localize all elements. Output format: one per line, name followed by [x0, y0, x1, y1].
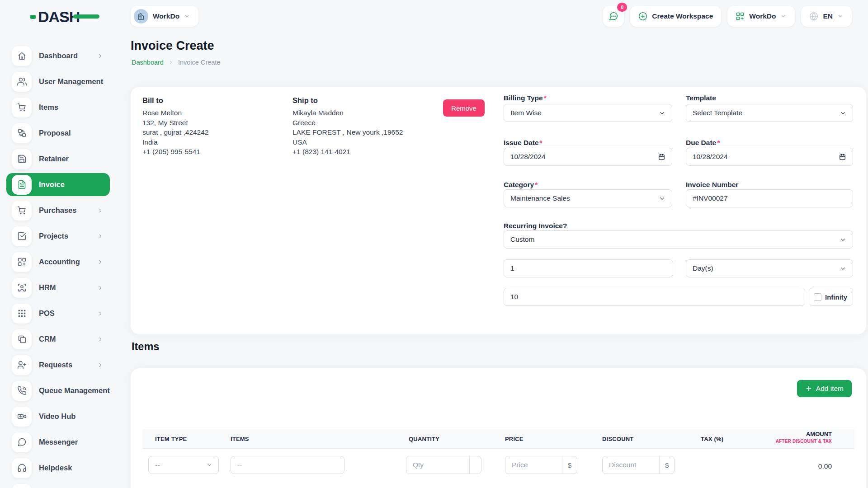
sidebar-item-projects[interactable]: Projects — [6, 225, 110, 248]
col-tax: TAX (%) — [701, 436, 723, 442]
sidebar-item-requests[interactable]: Requests — [6, 353, 110, 376]
items-section-heading: Items — [132, 341, 159, 353]
add-item-button[interactable]: Add item — [797, 380, 852, 397]
sidebar-item-crm[interactable]: CRM — [6, 328, 110, 351]
sidebar-item-proposal[interactable]: Proposal — [6, 122, 110, 145]
chevron-down-icon — [780, 13, 787, 19]
users-icon — [12, 72, 32, 92]
breadcrumb-current: Invoice Create — [178, 59, 221, 66]
occurrences-wrap — [504, 288, 805, 306]
workspace-avatar-building-icon — [134, 9, 148, 23]
messages-button[interactable]: 0 — [603, 6, 624, 27]
col-amount: AMOUNT AFTER DISCOUNT & TAX — [776, 431, 832, 444]
sidebar-item-user-management[interactable]: User Management — [6, 70, 110, 93]
globe-icon — [809, 12, 818, 21]
language-selector[interactable]: EN — [801, 6, 852, 27]
spinner-divider — [469, 456, 470, 474]
col-price: PRICE — [505, 436, 524, 442]
grid-plus-icon — [12, 252, 32, 272]
due-date-input[interactable] — [693, 153, 839, 161]
chevron-right-icon — [103, 79, 104, 85]
plus-icon — [805, 385, 812, 392]
invoice-form-card: Bill to Rose Melton 132, My Street surat… — [131, 87, 866, 334]
chevron-right-icon — [97, 233, 104, 239]
sidebar-item-helpdesk[interactable]: Helpdesk — [6, 456, 110, 479]
sidebar-nav: Dashboard User Management Items Proposal… — [0, 33, 122, 488]
cart-icon — [12, 98, 32, 117]
issue-date-input[interactable] — [510, 153, 658, 161]
create-workspace-button[interactable]: Create Workspace — [630, 6, 721, 27]
sidebar-item-items[interactable]: Items — [6, 96, 110, 119]
interval-value-input[interactable] — [510, 264, 666, 272]
sidebar-item-settings[interactable]: Settings — [6, 482, 110, 488]
sidebar-item-purchases[interactable]: Purchases — [6, 199, 110, 222]
category-select[interactable]: Maintenance Sales — [504, 189, 672, 207]
sidebar-item-hrm[interactable]: HRM — [6, 276, 110, 299]
row-amount: 0.00 — [818, 462, 832, 470]
bill-to-address: Rose Melton 132, My Street surat , gujra… — [142, 108, 209, 157]
infinity-label: Infinity — [825, 293, 847, 301]
col-items: ITEMS — [231, 436, 249, 442]
chevron-down-icon — [840, 236, 846, 243]
recurring-select[interactable]: Custom — [504, 230, 853, 249]
calendar-icon[interactable] — [839, 153, 846, 161]
breadcrumb-dashboard-link[interactable]: Dashboard — [132, 59, 164, 66]
chevron-down-icon — [840, 265, 846, 272]
due-date-input-wrap — [686, 148, 853, 166]
billing-type-label: Billing Type* — [504, 94, 547, 102]
workspace-name: WorkDo — [153, 12, 179, 20]
sidebar-item-accounting[interactable]: Accounting — [6, 250, 110, 273]
sidebar-item-dashboard[interactable]: Dashboard — [6, 44, 110, 67]
items-select[interactable]: -- — [231, 456, 344, 474]
items-card: Add item ITEM TYPE ITEMS QUANTITY PRICE … — [131, 368, 866, 488]
infinity-checkbox[interactable] — [814, 293, 821, 301]
price-input[interactable] — [512, 461, 562, 469]
brand-logo: DASH — [30, 8, 80, 25]
remove-button[interactable]: Remove — [443, 99, 485, 117]
chat-bubble-icon — [609, 11, 618, 21]
quantity-stepper — [406, 456, 481, 474]
sidebar-item-pos[interactable]: POS — [6, 302, 110, 325]
copy-icon — [12, 329, 32, 349]
discount-input[interactable] — [609, 461, 659, 469]
page-title: Invoice Create — [131, 39, 214, 53]
price-group: $ — [505, 456, 577, 474]
interval-unit-select[interactable]: Day(s) — [686, 259, 853, 277]
chevron-down-icon — [837, 13, 844, 19]
chevron-down-icon — [840, 110, 846, 117]
sidebar-item-retainer[interactable]: Retainer — [6, 147, 110, 170]
home-icon — [12, 46, 32, 66]
plus-circle-icon — [638, 12, 647, 21]
logo-green-bar — [73, 14, 99, 19]
dots-grid-icon — [12, 304, 32, 324]
chevron-right-icon — [168, 60, 174, 65]
item-type-select[interactable]: -- — [148, 456, 219, 474]
user-scan-icon — [12, 278, 32, 298]
occurrences-input[interactable] — [510, 293, 798, 301]
chevron-right-icon — [97, 285, 104, 291]
messages-count-badge: 0 — [617, 3, 627, 12]
swap-boxes-icon — [12, 123, 32, 143]
template-select[interactable]: Select Template — [686, 104, 853, 122]
workspace-switcher[interactable]: WorkDo — [131, 6, 198, 27]
items-table: ITEM TYPE ITEMS QUANTITY PRICE DISCOUNT … — [142, 429, 854, 488]
due-date-label: Due Date* — [686, 139, 720, 147]
billing-type-select[interactable]: Item Wise — [504, 104, 672, 122]
chevron-right-icon — [97, 53, 104, 59]
topbar: DASH WorkDo 0 Create Workspace WorkDo EN — [0, 0, 868, 33]
app-menu-button[interactable]: WorkDo — [727, 6, 795, 27]
invoice-number-wrap — [686, 189, 853, 207]
sidebar-item-messenger[interactable]: Messenger — [6, 431, 110, 454]
chevron-down-icon — [184, 13, 190, 19]
sidebar-item-invoice[interactable]: Invoice — [6, 173, 110, 196]
quantity-input[interactable] — [413, 461, 469, 469]
chevron-right-icon — [97, 259, 104, 265]
calendar-icon[interactable] — [658, 153, 665, 161]
language-code: EN — [823, 12, 833, 20]
sidebar-item-video-hub[interactable]: Video Hub — [6, 405, 110, 428]
gear-icon — [12, 484, 32, 488]
chevron-right-icon — [97, 207, 104, 214]
invoice-number-input[interactable] — [693, 194, 846, 202]
sidebar-item-queue-management[interactable]: Queue Management — [6, 379, 110, 402]
item-row: -- -- $ $ 0.00 — [142, 449, 854, 488]
